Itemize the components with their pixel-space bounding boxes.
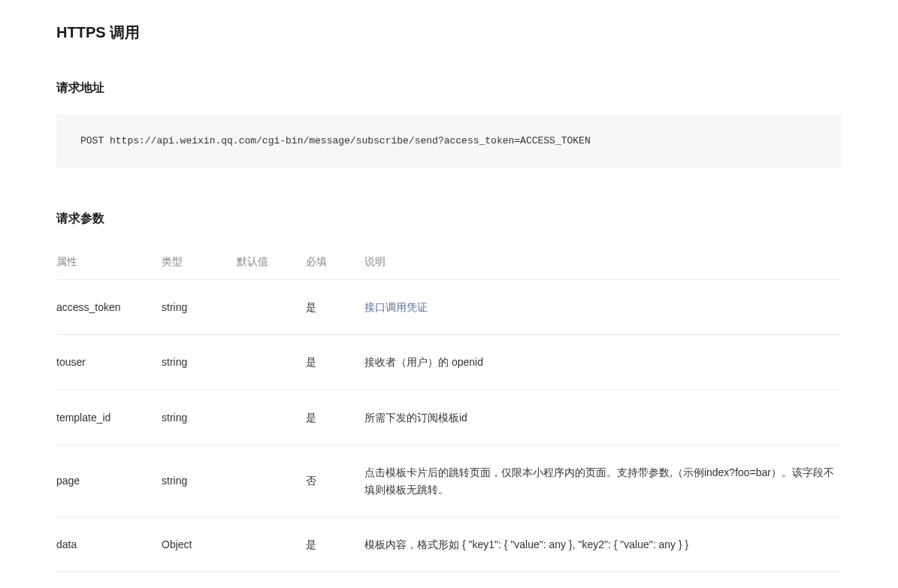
cell-required: 否 [306, 445, 364, 517]
cell-default [237, 335, 306, 390]
table-header-type: 类型 [162, 245, 237, 280]
table-row: access_token string 是 接口调用凭证 [56, 280, 842, 335]
table-row: touser string 是 接收者（用户）的 openid [56, 335, 842, 390]
cell-attr: page [56, 445, 162, 517]
table-header-desc: 说明 [364, 245, 842, 280]
cell-attr: template_id [56, 390, 162, 445]
cell-desc: 所需下发的订阅模板id [364, 390, 842, 445]
cell-default [237, 517, 306, 571]
cell-type: string [162, 280, 237, 335]
desc-link[interactable]: 接口调用凭证 [364, 301, 428, 313]
section-request-params: 请求参数 [56, 211, 842, 227]
page-title: HTTPS 调用 [56, 23, 842, 43]
table-row: template_id string 是 所需下发的订阅模板id [56, 390, 842, 445]
cell-attr: access_token [56, 280, 162, 335]
cell-required: 是 [306, 335, 364, 390]
cell-default [237, 390, 306, 445]
cell-type: Object [162, 517, 237, 571]
cell-required: 是 [306, 280, 364, 335]
cell-desc: 点击模板卡片后的跳转页面，仅限本小程序内的页面。支持带参数,（示例index?f… [364, 445, 842, 517]
table-header-default: 默认值 [237, 245, 306, 280]
table-header-attr: 属性 [56, 245, 162, 280]
cell-desc: 接收者（用户）的 openid [364, 335, 842, 390]
table-header-required: 必填 [306, 245, 364, 280]
cell-type: string [162, 390, 237, 445]
table-row: page string 否 点击模板卡片后的跳转页面，仅限本小程序内的页面。支持… [56, 445, 842, 517]
section-request-url: 请求地址 [56, 80, 842, 96]
cell-attr: touser [56, 335, 162, 390]
cell-required: 是 [306, 517, 364, 571]
code-block-request-url: POST https://api.weixin.qq.com/cgi-bin/m… [56, 114, 842, 167]
cell-attr: data [56, 517, 162, 571]
cell-desc: 接口调用凭证 [364, 280, 842, 335]
cell-desc: 模板内容，格式形如 { "key1": { "value": any }, "k… [364, 517, 842, 571]
cell-default [237, 445, 306, 517]
cell-default [237, 280, 306, 335]
cell-type: string [162, 335, 237, 390]
cell-type: string [162, 445, 237, 517]
code-text: POST https://api.weixin.qq.com/cgi-bin/m… [80, 135, 818, 146]
cell-required: 是 [306, 390, 364, 445]
params-table: 属性 类型 默认值 必填 说明 access_token string 是 接口… [56, 245, 842, 572]
table-row: data Object 是 模板内容，格式形如 { "key1": { "val… [56, 517, 842, 571]
